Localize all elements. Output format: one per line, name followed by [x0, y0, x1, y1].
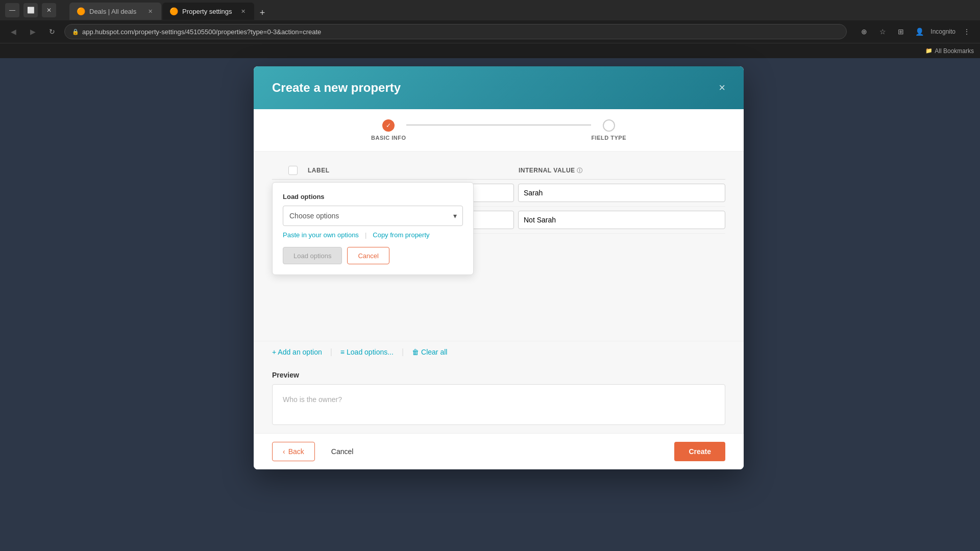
tab-deals-close[interactable]: ✕	[146, 7, 154, 15]
header-label-col: LABEL	[308, 167, 514, 174]
trash-icon: 🗑	[412, 348, 419, 356]
lock-icon: 🔒	[72, 29, 79, 35]
step1-check-icon: ✓	[386, 122, 391, 129]
refresh-button[interactable]: ↻	[45, 24, 59, 39]
load-icon: ≡	[340, 348, 345, 356]
tab-deals[interactable]: 🟠 Deals | All deals ✕	[69, 3, 161, 20]
incognito-label: Incognito	[930, 28, 955, 35]
header-internal-col: INTERNAL VALUE ⓘ	[519, 167, 725, 174]
modal-header: Create a new property ×	[254, 66, 744, 109]
deals-tab-icon: 🟠	[77, 7, 85, 15]
tab-property[interactable]: 🟠 Property settings ✕	[162, 3, 254, 20]
title-bar: — ⬜ ✕ 🟠 Deals | All deals ✕ 🟠 Property s…	[0, 0, 980, 20]
step-basic-info: ✓ BASIC INFO	[371, 119, 406, 141]
forward-nav-button[interactable]: ▶	[26, 24, 40, 39]
popup-actions: Load options Cancel	[283, 247, 463, 264]
back-arrow-icon: ‹	[283, 447, 285, 456]
add-option-link[interactable]: + Add an option	[272, 348, 322, 356]
browser-actions: ⊕ ☆ ⊞ 👤 Incognito ⋮	[857, 24, 974, 39]
profile-button[interactable]: 👤	[912, 24, 926, 39]
paste-options-link[interactable]: Paste in your own options	[283, 231, 359, 239]
bookmarks-bar: 📁 All Bookmarks	[0, 43, 980, 58]
modal-title: Create a new property	[272, 81, 401, 95]
browser-chrome: — ⬜ ✕ 🟠 Deals | All deals ✕ 🟠 Property s…	[0, 0, 980, 58]
step2-label: FIELD TYPE	[591, 135, 626, 141]
extension-button[interactable]: ⊕	[857, 24, 871, 39]
window-controls: — ⬜ ✕	[5, 3, 56, 17]
internal-info-icon: ⓘ	[577, 167, 583, 173]
tab-deals-label: Deals | All deals	[89, 8, 136, 15]
url-display: app.hubspot.com/property-settings/451055…	[82, 28, 839, 36]
create-button[interactable]: Create	[674, 442, 725, 461]
stepper: ✓ BASIC INFO FIELD TYPE	[254, 109, 744, 152]
preview-section: Preview Who is the owner?	[254, 363, 744, 433]
step1-label: BASIC INFO	[371, 135, 406, 141]
preview-placeholder: Who is the owner?	[283, 395, 342, 404]
tab-property-label: Property settings	[182, 8, 232, 15]
bookmarks-label: All Bookmarks	[935, 47, 974, 55]
address-bar-row: ◀ ▶ ↻ 🔒 app.hubspot.com/property-setting…	[0, 20, 980, 43]
select-wrapper: Choose options From another property Fro…	[283, 206, 463, 226]
load-options-popup: Load options Choose options From another…	[272, 182, 474, 275]
cancel-popup-button[interactable]: Cancel	[347, 247, 389, 264]
bookmark-star-button[interactable]: ☆	[875, 24, 890, 39]
row-internal-input[interactable]	[518, 211, 725, 229]
address-bar[interactable]: 🔒 app.hubspot.com/property-settings/4510…	[64, 24, 847, 39]
back-nav-button[interactable]: ◀	[6, 24, 20, 39]
modal-close-button[interactable]: ×	[719, 82, 725, 93]
folder-icon: 📁	[925, 47, 933, 54]
bottom-actions: + Add an option | ≡ Load options... | 🗑 …	[254, 341, 744, 363]
step-connector	[406, 124, 592, 126]
table-area: LABEL INTERNAL VALUE ⓘ ⋮⋮ ⋮⋮	[254, 152, 744, 234]
close-window-button[interactable]: ✕	[42, 3, 56, 17]
minimize-button[interactable]: —	[5, 3, 19, 17]
modal-body: LABEL INTERNAL VALUE ⓘ ⋮⋮ ⋮⋮	[254, 152, 744, 433]
step2-circle	[603, 119, 615, 132]
preview-box: Who is the owner?	[272, 384, 725, 425]
clear-all-link[interactable]: 🗑 Clear all	[412, 348, 447, 356]
table-header: LABEL INTERNAL VALUE ⓘ	[272, 162, 725, 180]
modal-footer: ‹ Back Cancel Create	[254, 433, 744, 469]
step-field-type: FIELD TYPE	[591, 119, 626, 141]
row-internal-input[interactable]	[518, 184, 725, 202]
header-checkbox-col	[288, 166, 304, 175]
cancel-footer-button[interactable]: Cancel	[321, 442, 364, 461]
load-options-link[interactable]: ≡ Load options...	[340, 348, 394, 356]
property-tab-icon: 🟠	[169, 7, 178, 15]
split-view-button[interactable]: ⊞	[894, 24, 908, 39]
preview-label: Preview	[272, 371, 725, 379]
copy-from-property-link[interactable]: Copy from property	[373, 231, 429, 239]
new-tab-button[interactable]: +	[255, 6, 270, 20]
tab-property-close[interactable]: ✕	[239, 7, 247, 15]
menu-button[interactable]: ⋮	[960, 24, 974, 39]
all-bookmarks[interactable]: 📁 All Bookmarks	[925, 47, 974, 55]
maximize-button[interactable]: ⬜	[23, 3, 38, 17]
back-button[interactable]: ‹ Back	[272, 442, 315, 461]
tabs-bar: 🟠 Deals | All deals ✕ 🟠 Property setting…	[64, 1, 975, 20]
choose-options-select[interactable]: Choose options From another property Fro…	[283, 206, 463, 226]
popup-title: Load options	[283, 193, 463, 201]
step1-circle: ✓	[382, 119, 395, 132]
create-property-modal: Create a new property × ✓ BASIC INFO FIE…	[254, 66, 744, 469]
popup-links: Paste in your own options | Copy from pr…	[283, 231, 463, 239]
load-options-button[interactable]: Load options	[283, 247, 342, 264]
